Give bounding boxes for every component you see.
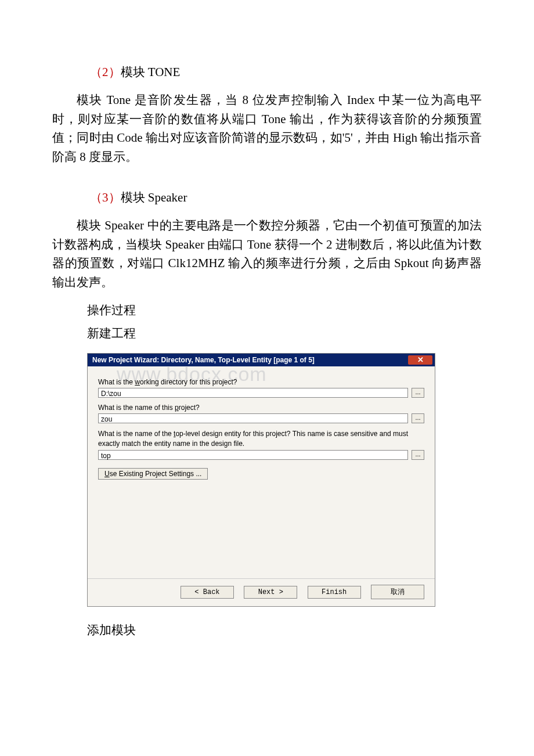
- dialog-button-row: < Back Next > Finish 取消: [88, 578, 435, 606]
- project-name-input[interactable]: zou: [98, 413, 408, 423]
- section-2-prefix: （2）: [90, 65, 121, 79]
- browse-entity-button[interactable]: ...: [412, 450, 424, 460]
- finish-button[interactable]: Finish: [308, 586, 361, 599]
- close-button[interactable]: ✕: [408, 355, 432, 365]
- working-directory-input[interactable]: D:\zou: [98, 388, 408, 398]
- section-2-heading: （2）模块 TONE: [90, 64, 482, 80]
- section-3-prefix: （3）: [90, 190, 121, 204]
- project-name-label: What is the name of this project?: [98, 404, 424, 412]
- cancel-button[interactable]: 取消: [371, 585, 424, 599]
- next-button[interactable]: Next >: [244, 586, 297, 599]
- section-3-title-cn: 模块: [121, 190, 148, 204]
- new-project-label: 新建工程: [87, 325, 482, 341]
- top-level-entity-label: What is the name of the top-level design…: [98, 429, 424, 448]
- section-3-paragraph: 模块 Speaker 中的主要电路是一个数控分频器，它由一个初值可预置的加法计数…: [52, 216, 482, 291]
- add-module-label: 添加模块: [87, 622, 482, 638]
- use-existing-settings-button[interactable]: Use Existing Project Settings ...: [98, 468, 208, 480]
- browse-name-button[interactable]: ...: [412, 413, 424, 423]
- top-level-entity-input[interactable]: top: [98, 450, 408, 460]
- section-3-title-en: Speaker: [148, 190, 187, 204]
- working-directory-label: What is the working directory for this p…: [98, 378, 424, 386]
- section-2-title-cn: 模块: [121, 65, 148, 79]
- dialog-titlebar: New Project Wizard: Directory, Name, Top…: [88, 354, 435, 366]
- operation-process-label: 操作过程: [87, 302, 482, 318]
- browse-directory-button[interactable]: ...: [412, 388, 424, 398]
- back-button[interactable]: < Back: [181, 586, 234, 599]
- new-project-wizard-dialog: New Project Wizard: Directory, Name, Top…: [87, 353, 435, 606]
- section-3-heading: （3）模块 Speaker: [90, 189, 482, 206]
- section-2-paragraph: 模块 Tone 是音阶发生器，当 8 位发声控制输入 Index 中某一位为高电…: [52, 91, 482, 166]
- dialog-title: New Project Wizard: Directory, Name, Top…: [92, 354, 315, 366]
- section-2-title-en: TONE: [148, 65, 181, 79]
